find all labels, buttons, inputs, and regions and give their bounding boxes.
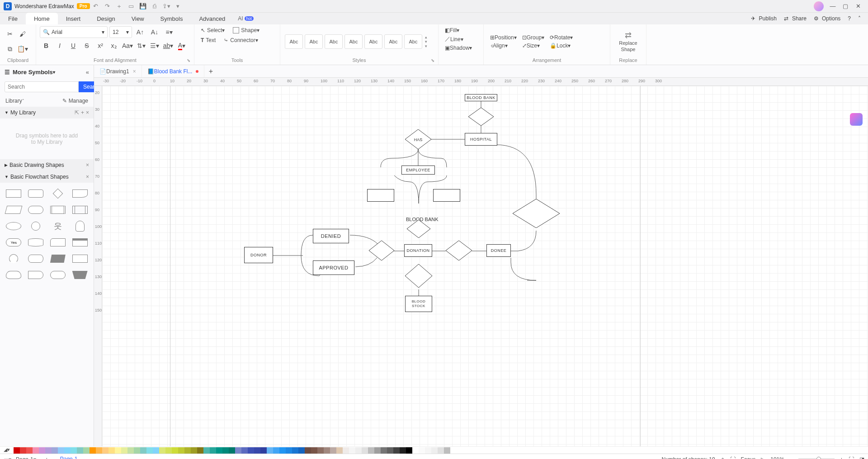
color-swatch[interactable] xyxy=(90,447,96,454)
color-swatch[interactable] xyxy=(58,447,64,454)
color-swatch[interactable] xyxy=(260,447,267,454)
color-swatch[interactable] xyxy=(33,447,39,454)
decrease-font-icon[interactable]: A↓ xyxy=(148,26,161,38)
shape-pie[interactable] xyxy=(5,252,23,265)
strike-icon[interactable]: S xyxy=(80,40,93,52)
case-icon[interactable]: Aa▾ xyxy=(121,40,134,52)
color-swatch[interactable] xyxy=(267,447,273,454)
style-preview-3[interactable]: Abc xyxy=(325,34,343,49)
shadow-button[interactable]: ▣ Shadow ▾ xyxy=(442,44,475,52)
lock-button[interactable]: 🔒 Lock ▾ xyxy=(547,42,576,50)
tab-symbols[interactable]: Symbols xyxy=(152,13,191,24)
style-preview-5[interactable]: Abc xyxy=(364,34,382,49)
play-icon[interactable]: ▷ xyxy=(761,456,765,459)
color-swatch[interactable] xyxy=(71,447,77,454)
panel-icon[interactable]: ◨ xyxy=(859,456,864,459)
shape-ellipse[interactable] xyxy=(5,220,23,232)
collapse-sidebar-icon[interactable]: « xyxy=(86,69,89,76)
color-swatch[interactable] xyxy=(279,447,286,454)
connector-tool[interactable]: ⤷Connector ▾ xyxy=(221,36,260,44)
color-swatch[interactable] xyxy=(349,447,355,454)
color-swatch[interactable] xyxy=(330,447,336,454)
color-swatch[interactable] xyxy=(286,447,292,454)
color-swatch[interactable] xyxy=(83,447,90,454)
zoom-value[interactable]: 101% xyxy=(770,456,784,459)
tab-design[interactable]: Design xyxy=(89,13,123,24)
font-size-select[interactable]: 12▾ xyxy=(109,26,132,38)
page-select[interactable]: Page-1 xyxy=(16,456,33,459)
styles-up-icon[interactable]: ▴ xyxy=(425,35,427,39)
shape-user[interactable] xyxy=(71,220,89,232)
shape-internal[interactable] xyxy=(71,203,89,216)
mylib-drop-zone[interactable]: Drag symbols here to add to My Library xyxy=(0,118,94,159)
styles-down-icon[interactable]: ▾ xyxy=(425,39,427,44)
tab-view[interactable]: View xyxy=(123,13,152,24)
color-swatch[interactable] xyxy=(184,447,191,454)
color-swatch[interactable] xyxy=(140,447,146,454)
color-swatch[interactable] xyxy=(425,447,431,454)
hamburger-icon[interactable]: ☰ xyxy=(5,69,10,76)
node-diamond-6[interactable] xyxy=(405,264,432,288)
color-swatch[interactable] xyxy=(241,447,248,454)
more-symbols-title[interactable]: More Symbols xyxy=(13,69,53,76)
shape-terminator[interactable] xyxy=(49,269,67,281)
undo-icon[interactable]: ↶ xyxy=(91,1,101,11)
add-tab-icon[interactable]: + xyxy=(204,67,217,76)
shape-frame[interactable] xyxy=(71,236,89,249)
close-section-icon[interactable]: × xyxy=(86,109,89,116)
close-icon[interactable]: ✕ xyxy=(852,3,864,9)
bold-icon[interactable]: B xyxy=(40,40,52,52)
group-button[interactable]: ⊡ Group ▾ xyxy=(519,33,547,42)
page-nav-icon[interactable]: ▭▾ xyxy=(4,456,11,459)
color-swatch[interactable] xyxy=(374,447,381,454)
color-swatch[interactable] xyxy=(412,447,419,454)
fill-button[interactable]: ◧ Fill ▾ xyxy=(442,26,462,34)
color-swatch[interactable] xyxy=(406,447,412,454)
color-swatch[interactable] xyxy=(311,447,317,454)
shape-actor[interactable]: 웃 xyxy=(49,220,67,232)
focus-label[interactable]: Focus xyxy=(741,456,756,459)
select-tool[interactable]: ↖Select ▾ xyxy=(198,26,227,34)
color-swatch[interactable] xyxy=(343,447,349,454)
position-button[interactable]: ⊞ Position ▾ xyxy=(487,33,519,42)
color-swatch[interactable] xyxy=(197,447,203,454)
color-swatch[interactable] xyxy=(438,447,444,454)
share-button[interactable]: ⇄Share xyxy=(780,15,810,22)
size-button[interactable]: ⤢ Size ▾ xyxy=(519,42,547,50)
shape-diamond[interactable] xyxy=(49,187,67,200)
shape-circle[interactable] xyxy=(27,220,45,232)
save-icon[interactable]: 💾 xyxy=(138,1,148,11)
color-swatch[interactable] xyxy=(387,447,393,454)
increase-font-icon[interactable]: A↑ xyxy=(134,26,146,38)
line-spacing-icon[interactable]: ⇅▾ xyxy=(135,40,147,52)
node-denied[interactable]: DENIED xyxy=(313,229,349,243)
color-swatch[interactable] xyxy=(108,447,115,454)
font-color-icon[interactable]: A▾ xyxy=(175,40,188,52)
node-blood-bank-top[interactable]: BLOOD BANK xyxy=(465,94,497,101)
new-icon[interactable]: ＋ xyxy=(114,1,124,11)
node-diamond-3[interactable] xyxy=(369,241,394,260)
node-blood-stock[interactable]: BLOOD STOCK xyxy=(405,296,432,312)
color-swatch[interactable] xyxy=(305,447,311,454)
library-label[interactable]: Library xyxy=(5,98,22,104)
color-swatch[interactable] xyxy=(127,447,134,454)
shape-round-rect[interactable] xyxy=(27,187,45,200)
color-swatch[interactable] xyxy=(248,447,254,454)
shape-yes[interactable]: Yes xyxy=(5,236,23,249)
minimize-icon[interactable]: — xyxy=(826,3,839,9)
format-painter-icon[interactable]: 🖌 xyxy=(16,28,29,40)
highlight-icon[interactable]: ab▾ xyxy=(162,40,175,52)
font-dialog-icon[interactable]: ⬊ xyxy=(187,58,190,63)
close-flowchart-icon[interactable]: × xyxy=(86,174,89,180)
color-swatch[interactable] xyxy=(134,447,140,454)
style-preview-6[interactable]: Abc xyxy=(384,34,402,49)
layers-icon[interactable]: ◈ xyxy=(721,456,725,459)
shape-rect2[interactable] xyxy=(71,252,89,265)
collapse-ribbon-icon[interactable]: ˄ xyxy=(854,15,864,22)
node-hospital[interactable]: HOSPITAL xyxy=(465,133,497,146)
shape-tool[interactable]: Shape ▾ xyxy=(230,26,262,34)
shape-display[interactable] xyxy=(27,269,45,281)
shape-document[interactable] xyxy=(71,187,89,200)
print-icon[interactable]: ⎙ xyxy=(150,1,160,11)
node-donee[interactable]: DONEE xyxy=(486,244,511,257)
